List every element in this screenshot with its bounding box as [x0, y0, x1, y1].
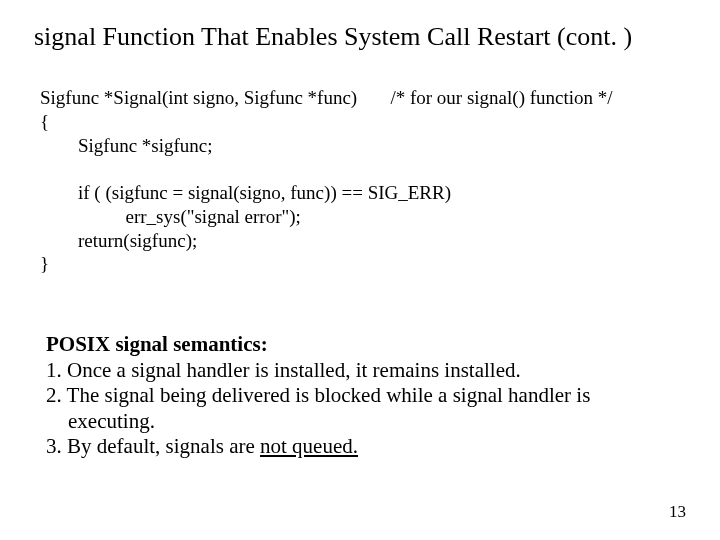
code-line-1: Sigfunc *Signal(int signo, Sigfunc *func…: [40, 87, 613, 108]
code-line-6: err_sys("signal error");: [40, 206, 301, 227]
code-line-5: if ( (sigfunc = signal(signo, func)) == …: [40, 182, 451, 203]
code-line-3: Sigfunc *sigfunc;: [40, 135, 213, 156]
note-1: 1. Once a signal handler is installed, i…: [46, 358, 690, 384]
note-2-line-2: executing.: [46, 409, 690, 435]
code-line-2: {: [40, 111, 49, 132]
note-3-underline: not queued.: [260, 434, 358, 458]
page-number: 13: [669, 502, 686, 522]
note-3: 3. By default, signals are not queued.: [46, 434, 690, 460]
code-line-8: }: [40, 253, 49, 274]
notes-block: POSIX signal semantics: 1. Once a signal…: [46, 332, 690, 460]
notes-heading: POSIX signal semantics:: [46, 332, 268, 356]
code-block: Sigfunc *Signal(int signo, Sigfunc *func…: [40, 86, 690, 276]
note-2-line-1: 2. The signal being delivered is blocked…: [46, 383, 690, 409]
slide-title: signal Function That Enables System Call…: [34, 22, 700, 52]
code-line-7: return(sigfunc);: [40, 230, 197, 251]
slide-page: signal Function That Enables System Call…: [0, 0, 720, 540]
